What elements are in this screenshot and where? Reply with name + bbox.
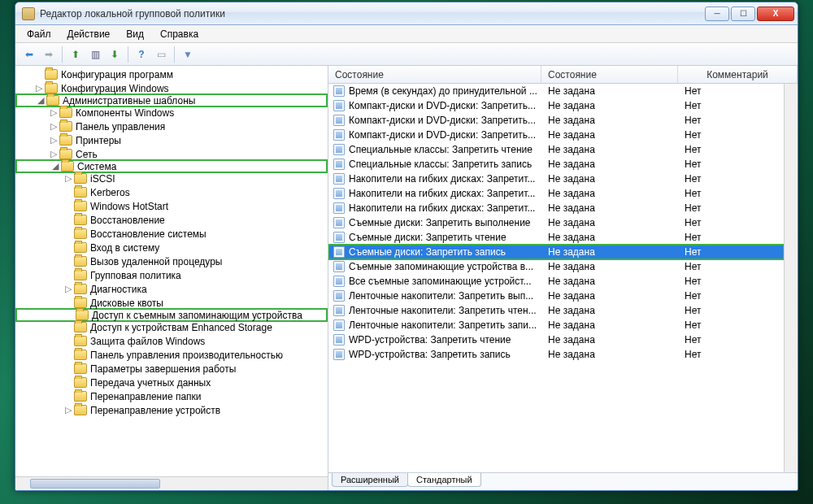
policy-row[interactable]: WPD-устройства: Запретить чтениеНе задан… [328, 332, 784, 347]
policy-row[interactable]: Компакт-диски и DVD-диски: Запретить...Н… [328, 98, 784, 113]
tree-item[interactable]: Доступ к устройствам Enhanced Storage [15, 320, 328, 334]
policy-row[interactable]: Ленточные накопители: Запретить запи...Н… [328, 318, 784, 332]
expand-closed-icon[interactable]: ▷ [48, 121, 59, 132]
tree-body[interactable]: Конфигурация программ▷Конфигурация Windo… [15, 66, 328, 476]
tree-item-label: Вызов удаленной процедуры [90, 256, 222, 267]
policy-row[interactable]: Съемные диски: Запретить записьНе задана… [328, 245, 784, 259]
policy-comment: Нет [678, 115, 784, 126]
tree-item[interactable]: ▷Компоненты Windows [15, 106, 328, 119]
policy-row[interactable]: Ленточные накопители: Запретить чтен...Н… [328, 303, 784, 318]
policy-row[interactable]: Съемные диски: Запретить чтениеНе задана… [328, 230, 784, 245]
policy-state: Не задана [541, 261, 678, 272]
policy-row[interactable]: Съемные диски: Запретить выполнениеНе за… [328, 215, 784, 230]
policy-comment: Нет [678, 129, 784, 141]
menu-file[interactable]: Файл [19, 26, 59, 42]
policy-row[interactable]: Накопители на гибких дисках: Запретит...… [328, 172, 784, 186]
tree-item[interactable]: ▷iSCSI [15, 172, 328, 185]
expand-closed-icon[interactable]: ▷ [63, 284, 74, 294]
forward-button[interactable]: ➡ [40, 46, 58, 63]
back-button[interactable]: ⬅ [20, 46, 38, 63]
tree-item-label: Вход в систему [90, 242, 159, 254]
vertical-scrollbar[interactable] [784, 84, 798, 472]
tree-item[interactable]: Параметры завершения работы [15, 362, 328, 376]
expand-closed-icon[interactable]: ▷ [48, 149, 59, 159]
policy-row[interactable]: Время (в секундах) до принудительной ...… [328, 84, 784, 98]
tree-item[interactable]: Передача учетных данных [15, 376, 328, 389]
policy-icon [333, 188, 345, 199]
policy-row[interactable]: Специальные классы: Запретить чтениеНе з… [328, 142, 784, 157]
tree-item[interactable]: ▷Диагностика [15, 282, 328, 296]
menu-help[interactable]: Справка [152, 26, 207, 42]
close-button[interactable]: X [757, 7, 794, 21]
titlebar[interactable]: Редактор локальной групповой политики ─ … [15, 2, 798, 25]
tree-item[interactable]: Windows HotStart [15, 199, 328, 213]
tree-item[interactable]: ▷Панель управления [15, 119, 328, 133]
policy-icon [333, 232, 345, 243]
expand-closed-icon[interactable]: ▷ [63, 173, 74, 184]
expand-closed-icon[interactable]: ▷ [48, 107, 59, 118]
toolbar-separator [174, 46, 175, 63]
list-pane: Состояние Состояние Комментарий Время (в… [328, 66, 798, 490]
list-body[interactable]: Время (в секундах) до принудительной ...… [328, 84, 784, 472]
policy-icon [333, 85, 345, 97]
tree-item[interactable]: Защита файлов Windows [15, 334, 328, 348]
policy-row[interactable]: Накопители на гибких дисках: Запретит...… [328, 201, 784, 215]
up-button[interactable]: ⬆ [67, 46, 85, 63]
show-hide-tree-button[interactable]: ▥ [86, 46, 104, 63]
expand-closed-icon[interactable]: ▷ [63, 405, 74, 415]
policy-comment: Нет [678, 334, 784, 345]
policy-icon [333, 246, 345, 258]
tree-item[interactable]: Вход в систему [15, 241, 328, 254]
policy-row[interactable]: Специальные классы: Запретить записьНе з… [328, 157, 784, 172]
tree-item[interactable]: Восстановление [15, 213, 328, 227]
tree-item[interactable]: ▷Принтеры [15, 133, 328, 147]
column-name[interactable]: Состояние [328, 66, 541, 83]
tree-item-label: Параметры завершения работы [90, 363, 236, 375]
menu-action[interactable]: Действие [59, 26, 119, 42]
expand-closed-icon[interactable]: ▷ [33, 83, 45, 93]
expand-closed-icon[interactable]: ▷ [48, 135, 59, 146]
policy-comment: Нет [678, 319, 784, 331]
tree-item-label: Передача учетных данных [90, 377, 211, 389]
filter-button[interactable]: ▼ [179, 46, 197, 63]
policy-row[interactable]: Компакт-диски и DVD-диски: Запретить...Н… [328, 128, 784, 142]
menu-view[interactable]: Вид [118, 26, 152, 42]
policy-row[interactable]: WPD-устройства: Запретить записьНе задан… [328, 347, 784, 362]
tab-standard[interactable]: Стандартный [407, 473, 481, 487]
tree-item-label: Компоненты Windows [76, 107, 174, 119]
expand-open-icon[interactable]: ◢ [35, 95, 46, 106]
policy-row[interactable]: Ленточные накопители: Запретить вып...Не… [328, 289, 784, 303]
maximize-button[interactable]: ☐ [731, 7, 755, 21]
tree-item[interactable]: Конфигурация программ [15, 67, 328, 81]
help-button[interactable]: ? [133, 46, 150, 63]
folder-icon [59, 149, 72, 159]
tree-item[interactable]: ▷Перенаправление устройств [15, 403, 328, 417]
tree-item[interactable]: Панель управления производительностью [15, 348, 328, 362]
tree-item[interactable]: Перенаправление папки [15, 389, 328, 403]
tree-item[interactable]: Kerberos [15, 185, 328, 199]
tree-item[interactable]: Восстановление системы [15, 227, 328, 241]
policy-name: Съемные запоминающие устройства в... [349, 261, 533, 272]
policy-row[interactable]: Компакт-диски и DVD-диски: Запретить...Н… [328, 113, 784, 128]
minimize-button[interactable]: ─ [705, 7, 729, 21]
policy-comment: Нет [678, 246, 784, 258]
policy-state: Не задана [541, 319, 678, 331]
policy-row[interactable]: Все съемные запоминающие устройст...Не з… [328, 274, 784, 289]
policy-icon [333, 261, 345, 272]
tree-item[interactable]: Групповая политика [15, 268, 328, 282]
tab-extended[interactable]: Расширенный [332, 473, 408, 487]
column-state[interactable]: Состояние [541, 66, 678, 83]
scrollbar-thumb[interactable] [30, 479, 160, 489]
export-button[interactable]: ⬇ [106, 46, 124, 63]
properties-button[interactable]: ▭ [152, 46, 170, 63]
policy-row[interactable]: Съемные запоминающие устройства в...Не з… [328, 259, 784, 274]
policy-name: Съемные диски: Запретить чтение [349, 232, 506, 243]
policy-comment: Нет [678, 100, 784, 111]
policy-state: Не задана [541, 85, 678, 97]
policy-name: Компакт-диски и DVD-диски: Запретить... [349, 129, 536, 141]
horizontal-scrollbar[interactable] [15, 476, 328, 490]
column-comment[interactable]: Комментарий [678, 66, 798, 83]
expand-open-icon[interactable]: ◢ [50, 161, 61, 172]
policy-row[interactable]: Накопители на гибких дисках: Запретит...… [328, 186, 784, 201]
tree-item[interactable]: Вызов удаленной процедуры [15, 254, 328, 268]
